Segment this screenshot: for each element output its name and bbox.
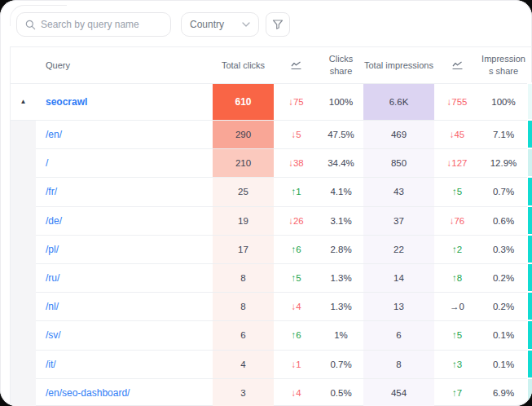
- row-expander-cell[interactable]: [11, 321, 36, 350]
- row-expander-cell[interactable]: [11, 236, 36, 264]
- clicks-trend-cell: ↑6: [274, 236, 319, 264]
- query-link[interactable]: /pl/: [46, 244, 59, 255]
- row-expander-cell[interactable]: [11, 264, 36, 293]
- collapse-triangle-icon[interactable]: ▲: [20, 99, 27, 105]
- header-impressions-trend[interactable]: [434, 47, 480, 84]
- row-expander-cell[interactable]: [11, 178, 36, 206]
- impressions-trend-cell: ↓127: [434, 149, 480, 178]
- query-link[interactable]: seocrawl: [46, 96, 87, 108]
- queries-table: Query Total clicks Clicks share Total im…: [10, 46, 532, 406]
- clicks-value: 290: [235, 130, 251, 139]
- clicks-trend-cell: ↓75: [274, 84, 319, 121]
- header-total-clicks[interactable]: Total clicks: [213, 47, 274, 84]
- impressions-value: 14: [394, 273, 404, 283]
- funnel-icon: [272, 19, 284, 30]
- query-link[interactable]: /sv/: [46, 329, 61, 341]
- row-expander-cell[interactable]: [11, 121, 36, 149]
- row-edge-cell: [527, 236, 532, 264]
- row-expander-cell[interactable]: [11, 207, 36, 236]
- clicks-share-value: 3.1%: [330, 216, 351, 226]
- impressions-share-cell: 0.7%: [480, 178, 527, 206]
- row-edge-bar: [528, 379, 532, 406]
- row-expander-cell[interactable]: [11, 379, 36, 406]
- header-impressions-share[interactable]: Impressions share: [480, 47, 527, 84]
- queries-panel: Country Query Total clicks: [0, 0, 532, 406]
- row-expander-cell[interactable]: [11, 351, 36, 379]
- table-row: ▲ seocrawl 610 ↓75 100% 6.6K ↓755 100%: [11, 84, 532, 121]
- impressions-share-value: 0.1%: [493, 360, 514, 369]
- header-total-impressions[interactable]: Total impressions: [363, 47, 434, 84]
- row-expander-cell[interactable]: [11, 149, 36, 178]
- impressions-share-value: 0.3%: [493, 245, 514, 254]
- impressions-trend-cell: ↓76: [434, 207, 480, 236]
- row-edge-bar: [528, 149, 532, 176]
- impressions-share-cell: 0.1%: [480, 351, 527, 379]
- query-link[interactable]: /: [46, 157, 48, 169]
- header-query[interactable]: Query: [36, 47, 213, 84]
- impressions-trend-cell: ↑8: [434, 264, 480, 293]
- impressions-cell: 43: [363, 178, 434, 206]
- impressions-share-value: 12.9%: [490, 158, 517, 168]
- impressions-value: 8: [396, 360, 401, 369]
- impressions-value: 13: [394, 302, 404, 311]
- row-edge-bar: [528, 84, 532, 119]
- row-edge-cell: [527, 379, 532, 406]
- query-cell: /nl/: [36, 293, 213, 321]
- impressions-share-value: 0.2%: [493, 273, 514, 283]
- table-row: /en/seo-dashboard/ 3 ↓4 0.5% 454 ↑7 6.9%: [11, 379, 532, 406]
- clicks-cell: 8: [213, 293, 274, 321]
- query-link[interactable]: /en/: [46, 129, 62, 140]
- impressions-value: 6.6K: [389, 97, 409, 107]
- query-cell: /it/: [36, 351, 213, 379]
- row-edge-cell: [527, 149, 532, 178]
- impressions-trend-cell: ↑3: [434, 351, 480, 379]
- clicks-value: 17: [238, 245, 248, 254]
- row-edge-cell: [527, 293, 532, 321]
- clicks-share-cell: 4.1%: [319, 178, 363, 206]
- impressions-share-cell: 0.2%: [480, 293, 527, 321]
- impressions-trend-value: ↓76: [450, 216, 465, 226]
- impressions-trend-cell: ↑7: [434, 379, 480, 406]
- clicks-share-value: 34.4%: [328, 158, 354, 168]
- row-edge-cell: [527, 84, 532, 121]
- clicks-value: 25: [238, 187, 248, 196]
- impressions-share-value: 0.1%: [493, 330, 514, 340]
- clicks-cell: 4: [213, 351, 274, 379]
- impressions-trend-cell: ↑5: [434, 321, 480, 350]
- row-expander-cell[interactable]: ▲: [11, 84, 36, 121]
- clicks-trend-value: ↓75: [288, 97, 304, 107]
- header-clicks-share[interactable]: Clicks share: [319, 47, 363, 84]
- impressions-value: 454: [391, 388, 407, 398]
- country-select[interactable]: Country: [181, 12, 259, 37]
- search-input[interactable]: [41, 19, 164, 30]
- impressions-share-cell: 12.9%: [480, 149, 527, 178]
- row-expander-cell[interactable]: [11, 293, 36, 321]
- row-edge-bar: [528, 178, 532, 205]
- query-link[interactable]: /de/: [46, 215, 62, 227]
- query-link[interactable]: /fr/: [46, 186, 57, 197]
- clicks-cell: 610: [213, 84, 274, 121]
- table-row: /fr/ 25 ↑1 4.1% 43 ↑5 0.7%: [11, 178, 532, 206]
- query-link[interactable]: /ru/: [46, 272, 59, 284]
- query-link[interactable]: /en/seo-dashboard/: [46, 387, 130, 399]
- row-edge-cell: [527, 351, 532, 379]
- impressions-share-cell: 7.1%: [480, 121, 527, 149]
- row-edge-bar: [528, 321, 532, 348]
- country-select-label: Country: [190, 19, 224, 30]
- filter-button[interactable]: [266, 12, 290, 37]
- clicks-trend-value: ↑6: [291, 245, 301, 254]
- clicks-share-value: 4.1%: [330, 187, 351, 196]
- clicks-share-cell: 1.3%: [319, 264, 363, 293]
- clicks-value: 8: [240, 302, 245, 311]
- search-box[interactable]: [16, 12, 171, 37]
- impressions-trend-value: ↓127: [447, 158, 468, 168]
- clicks-cell: 290: [213, 121, 274, 149]
- line-chart-icon: [452, 61, 463, 70]
- impressions-share-cell: 100%: [480, 84, 527, 121]
- clicks-share-value: 2.8%: [330, 245, 351, 254]
- header-clicks-trend[interactable]: [274, 47, 319, 84]
- query-link[interactable]: /it/: [46, 359, 56, 370]
- table-row: /pl/ 17 ↑6 2.8% 22 ↑2 0.3%: [11, 236, 532, 264]
- impressions-trend-cell: ↓755: [434, 84, 480, 121]
- query-link[interactable]: /nl/: [46, 301, 59, 312]
